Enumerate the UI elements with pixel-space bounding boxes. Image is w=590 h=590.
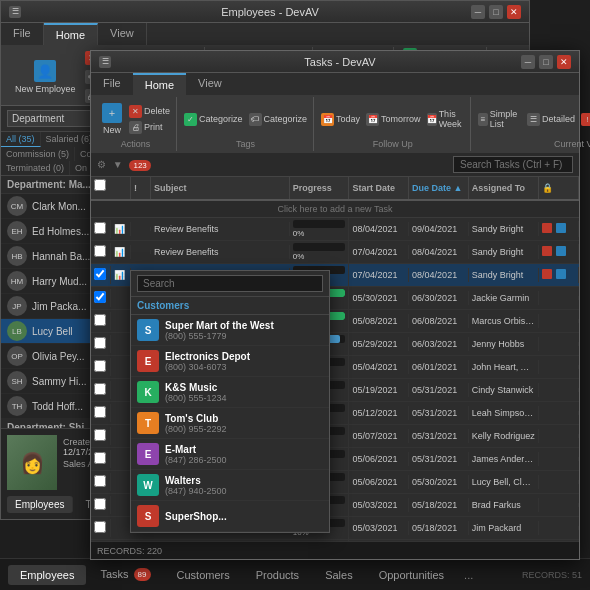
- taskbar-tab-sales[interactable]: Sales: [313, 565, 365, 585]
- row-checkbox[interactable]: [94, 475, 106, 487]
- tasks-close-button[interactable]: ✕: [557, 55, 571, 69]
- tasks-tags-group: ✓ Categorize 🏷 Categorize Tags: [178, 97, 314, 151]
- tasks-tab-home[interactable]: Home: [133, 73, 186, 95]
- filter-icon[interactable]: ▼: [113, 159, 123, 170]
- new-employee-button[interactable]: 👤 New Employee: [11, 58, 80, 96]
- customers-search-input[interactable]: [137, 275, 323, 292]
- table-row[interactable]: 📊 Review Benefits 0% 07/04/2021 08/04/20…: [91, 241, 579, 264]
- col-header-due-date[interactable]: Due Date ▲: [409, 177, 469, 199]
- taskbar-tab-products[interactable]: Products: [244, 565, 311, 585]
- close-button[interactable]: ✕: [507, 5, 521, 19]
- avatar: HB: [7, 246, 27, 266]
- tasks-delete-button[interactable]: ✕ Delete: [127, 104, 172, 119]
- tasks-tab-view[interactable]: View: [186, 73, 234, 95]
- row-checkbox[interactable]: [94, 498, 106, 510]
- blue-pin[interactable]: [556, 223, 566, 233]
- customer-item-supershop[interactable]: S SuperShop...: [131, 501, 329, 532]
- categorize-icon: 🏷: [249, 113, 262, 126]
- tasks-tab-file[interactable]: File: [91, 73, 133, 95]
- tomorrow-button[interactable]: 📅 Tomorrow: [364, 112, 423, 127]
- avatar: SH: [7, 371, 27, 391]
- tasks-toolbar: ⚙ ▼ 123: [91, 153, 579, 177]
- table-row[interactable]: 📊 Review Benefits 0% 08/04/2021 09/04/20…: [91, 218, 579, 241]
- row-checkbox[interactable]: [94, 268, 106, 280]
- taskbar-tab-customers[interactable]: Customers: [165, 565, 242, 585]
- prioritized-button[interactable]: ! Prioritized: [579, 112, 590, 127]
- select-all-checkbox[interactable]: [94, 179, 106, 191]
- blue-pin[interactable]: [556, 269, 566, 279]
- tasks-tags-label: Tags: [236, 139, 255, 149]
- row-checkbox[interactable]: [94, 383, 106, 395]
- tasks-maximize-button[interactable]: □: [539, 55, 553, 69]
- customer-logo: E: [137, 350, 159, 372]
- tab-file[interactable]: File: [1, 23, 44, 45]
- col-header-subject[interactable]: Subject: [151, 177, 290, 199]
- more-tabs-button[interactable]: ...: [458, 565, 479, 585]
- row-checkbox[interactable]: [94, 291, 106, 303]
- avatar: EH: [7, 221, 27, 241]
- follow-up-label: Follow Up: [373, 139, 413, 149]
- customer-item-supermart[interactable]: S Super Mart of the West (800) 555-1779: [131, 315, 329, 346]
- simple-list-icon: ≡: [478, 113, 487, 126]
- row-checkbox[interactable]: [94, 222, 106, 234]
- tasks-app-menu[interactable]: ☰: [99, 56, 111, 68]
- tasks-ribbon-content: + New ✕ Delete 🖨 Print Action: [91, 95, 579, 153]
- row-checkbox[interactable]: [94, 314, 106, 326]
- tasks-print-button[interactable]: 🖨 Print: [127, 120, 172, 135]
- customers-search-container: [131, 271, 329, 297]
- tasks-minimize-button[interactable]: ─: [521, 55, 535, 69]
- grid-settings-icon[interactable]: ⚙: [97, 159, 106, 170]
- tasks-action-buttons: + New ✕ Delete 🖨 Print: [99, 99, 172, 139]
- tasks-new-button[interactable]: + New: [99, 101, 125, 137]
- col-header-progress[interactable]: Progress: [290, 177, 350, 199]
- row-checkbox[interactable]: [94, 406, 106, 418]
- customer-item-toms-club[interactable]: T Tom's Club (800) 955-2292: [131, 408, 329, 439]
- simple-list-button[interactable]: ≡ Simple List: [476, 108, 523, 130]
- row-checkbox[interactable]: [94, 360, 106, 372]
- minimize-button[interactable]: ─: [471, 5, 485, 19]
- customer-item-ks-music[interactable]: K K&S Music (800) 555-1234: [131, 377, 329, 408]
- tasks-print-icon: 🖨: [129, 121, 142, 134]
- tasks-search-input[interactable]: [453, 156, 573, 173]
- row-checkbox[interactable]: [94, 245, 106, 257]
- customer-logo: S: [137, 319, 159, 341]
- today-button[interactable]: 📅 Today: [319, 112, 362, 127]
- customer-item-emart[interactable]: E E-Mart (847) 286-2500: [131, 439, 329, 470]
- customer-item-electronics[interactable]: E Electronics Depot (800) 304-6073: [131, 346, 329, 377]
- employee-photo: 👩: [7, 435, 57, 490]
- app-menu-btn[interactable]: ☰: [9, 6, 21, 18]
- tab-view[interactable]: View: [98, 23, 147, 45]
- detail-tab-employees[interactable]: Employees: [7, 496, 73, 513]
- detailed-button[interactable]: ☰ Detailed: [525, 112, 577, 127]
- categorize-button[interactable]: 🏷 Categorize: [247, 112, 310, 127]
- blue-pin[interactable]: [556, 246, 566, 256]
- this-week-button[interactable]: 📅 This Week: [425, 108, 467, 130]
- customer-logo: W: [137, 474, 159, 496]
- taskbar-tab-employees[interactable]: Employees: [8, 565, 86, 585]
- tasks-window-title: Tasks - DevAV: [159, 56, 521, 68]
- tab-home[interactable]: Home: [44, 23, 98, 45]
- col-header-start-date[interactable]: Start Date: [349, 177, 409, 199]
- taskbar-tab-tasks[interactable]: Tasks 89: [88, 564, 162, 586]
- filter-commission[interactable]: Commission (5): [1, 147, 75, 161]
- current-view-label: Current View: [554, 139, 590, 149]
- new-task-row[interactable]: Click here to add a new Task: [91, 201, 579, 218]
- customers-dropdown: Customers S Super Mart of the West (800)…: [130, 270, 330, 533]
- row-checkbox[interactable]: [94, 521, 106, 533]
- customer-item-walters[interactable]: W Walters (847) 940-2500: [131, 470, 329, 501]
- maximize-button[interactable]: □: [489, 5, 503, 19]
- bottom-taskbar: Employees Tasks 89 Customers Products Sa…: [0, 558, 590, 590]
- filter-terminated[interactable]: Terminated (0): [1, 161, 70, 175]
- red-flag[interactable]: [542, 223, 552, 233]
- filter-all[interactable]: All (35): [1, 132, 41, 147]
- row-checkbox[interactable]: [94, 337, 106, 349]
- red-flag[interactable]: [542, 269, 552, 279]
- taskbar-tab-opportunities[interactable]: Opportunities: [367, 565, 456, 585]
- row-checkbox[interactable]: [94, 452, 106, 464]
- col-header-assigned-to[interactable]: Assigned To: [469, 177, 539, 199]
- row-checkbox[interactable]: [94, 429, 106, 441]
- record-count-badge: 123: [129, 160, 150, 171]
- mark-complete-button[interactable]: ✓ Categorize: [182, 112, 245, 127]
- follow-up-group: 📅 Today 📅 Tomorrow 📅 This Week Follow Up: [315, 97, 471, 151]
- red-flag[interactable]: [542, 246, 552, 256]
